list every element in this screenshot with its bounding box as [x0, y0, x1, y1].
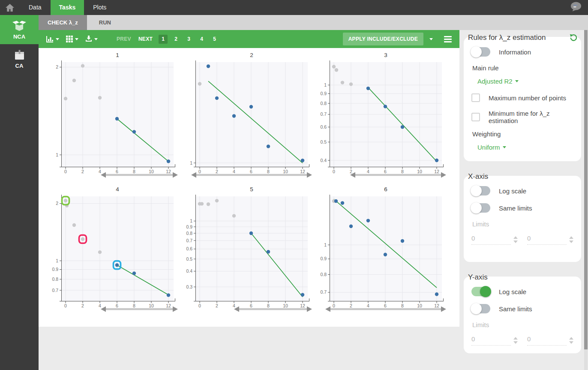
slider-right-arrow-icon[interactable]	[173, 172, 178, 178]
next-page-button[interactable]: NEXT	[138, 36, 153, 42]
home-button[interactable]	[0, 3, 20, 12]
data-point-excluded[interactable]	[64, 97, 67, 100]
data-point-excluded[interactable]	[207, 202, 210, 206]
data-point-excluded[interactable]	[98, 250, 102, 254]
menu-icon[interactable]	[444, 36, 452, 42]
data-point-excluded[interactable]	[232, 214, 236, 217]
apply-dropdown-caret-icon[interactable]	[429, 38, 433, 40]
data-point-excluded[interactable]	[198, 82, 201, 85]
slider-right-arrow-icon[interactable]	[173, 307, 178, 312]
sidebar-item-nca[interactable]: NCA	[0, 15, 39, 44]
data-point-included[interactable]	[215, 96, 219, 100]
layout-button[interactable]	[66, 36, 78, 42]
data-point-excluded[interactable]	[200, 202, 204, 205]
min-time-checkbox[interactable]	[471, 113, 480, 121]
tab-run[interactable]: RUN	[87, 15, 123, 30]
x-tick-label: 10	[149, 169, 154, 174]
data-point-included[interactable]	[167, 159, 170, 163]
x-limit-min-stepper[interactable]	[513, 236, 518, 245]
tab-plots[interactable]: Plots	[84, 0, 115, 15]
page-button-2[interactable]: 2	[171, 35, 180, 44]
plot-title: 3	[384, 52, 387, 58]
data-point-included[interactable]	[301, 293, 304, 296]
prev-page-button[interactable]: PREV	[117, 36, 131, 42]
data-point-included[interactable]	[384, 253, 387, 256]
slider-left-arrow-icon[interactable]	[325, 307, 330, 312]
data-point-excluded[interactable]	[349, 82, 353, 86]
page-button-3[interactable]: 3	[184, 35, 193, 44]
x-same-limits-toggle[interactable]	[471, 203, 490, 213]
x-log-scale-toggle[interactable]	[471, 186, 490, 196]
slider-right-arrow-icon[interactable]	[441, 172, 446, 178]
chart-type-button[interactable]	[46, 36, 59, 42]
feedback-button[interactable]	[570, 2, 582, 13]
data-point-excluded[interactable]	[72, 78, 76, 82]
data-point-included[interactable]	[384, 105, 387, 108]
data-point-excluded[interactable]	[98, 96, 102, 99]
data-point-included[interactable]	[132, 130, 136, 133]
slider-right-arrow-icon[interactable]	[307, 307, 312, 312]
data-point-excluded[interactable]	[81, 64, 84, 67]
data-point-included[interactable]	[366, 87, 370, 90]
y-limit-max-stepper[interactable]	[569, 337, 573, 346]
tab-data[interactable]: Data	[20, 0, 51, 15]
max-points-checkbox[interactable]	[471, 93, 480, 102]
data-point-excluded[interactable]	[81, 237, 84, 241]
sidebar-item-ca[interactable]: CA	[0, 44, 39, 73]
main-rule-dropdown[interactable]: Adjusted R2	[477, 78, 573, 85]
tab-tasks[interactable]: Tasks	[51, 0, 84, 15]
data-point-included[interactable]	[132, 271, 136, 275]
data-point-included[interactable]	[207, 64, 210, 68]
y-limit-min-stepper[interactable]	[513, 337, 518, 346]
data-point-excluded[interactable]	[335, 68, 338, 72]
y-limit-max-input[interactable]: 0	[527, 335, 573, 346]
export-button[interactable]	[85, 36, 98, 42]
data-point-included[interactable]	[366, 219, 370, 222]
x-axis-section-header: X-axis	[468, 172, 578, 181]
data-point-included[interactable]	[334, 199, 338, 203]
information-toggle[interactable]	[471, 47, 490, 57]
slider-left-arrow-icon[interactable]	[101, 307, 106, 312]
page-button-4[interactable]: 4	[197, 35, 206, 44]
page-button-5[interactable]: 5	[210, 35, 219, 44]
main-rule-value: Adjusted R2	[477, 78, 513, 85]
reset-button[interactable]	[569, 33, 578, 42]
slider-right-arrow-icon[interactable]	[307, 172, 312, 178]
time-range-slider[interactable]	[350, 172, 446, 178]
data-point-excluded[interactable]	[72, 223, 76, 227]
data-point-excluded[interactable]	[332, 65, 336, 68]
data-point-included[interactable]	[249, 232, 253, 235]
slider-left-arrow-icon[interactable]	[191, 172, 196, 178]
x-limit-max-input[interactable]: 0	[527, 235, 573, 245]
slider-left-arrow-icon[interactable]	[101, 172, 106, 178]
data-point-excluded[interactable]	[64, 199, 67, 202]
data-point-included[interactable]	[115, 117, 119, 120]
data-point-included[interactable]	[349, 225, 353, 228]
y-same-limits-toggle[interactable]	[471, 304, 490, 313]
apply-include-exclude-button[interactable]: APPLY INCLUDE/EXCLUDE	[343, 33, 423, 45]
data-point-included[interactable]	[435, 292, 438, 296]
y-log-scale-toggle[interactable]	[471, 287, 490, 296]
data-point-included[interactable]	[401, 125, 404, 129]
data-point-included[interactable]	[115, 263, 119, 267]
data-point-excluded[interactable]	[341, 81, 344, 84]
data-point-included[interactable]	[232, 114, 236, 117]
y-limit-min-input[interactable]: 0	[471, 335, 518, 346]
data-point-included[interactable]	[341, 201, 344, 205]
data-point-included[interactable]	[267, 250, 270, 253]
data-point-included[interactable]	[301, 159, 304, 162]
data-point-included[interactable]	[267, 144, 270, 148]
x-tick-label: 4	[367, 169, 369, 174]
data-point-excluded[interactable]	[215, 199, 219, 202]
data-point-included[interactable]	[249, 105, 253, 108]
weighting-dropdown[interactable]: Uniform	[477, 144, 573, 151]
page-button-1[interactable]: 1	[159, 35, 168, 44]
data-point-included[interactable]	[435, 159, 438, 162]
x-limit-min-input[interactable]: 0	[471, 235, 518, 245]
data-point-included[interactable]	[167, 293, 170, 297]
slider-right-arrow-icon[interactable]	[441, 307, 446, 312]
tab-check-lambda-z[interactable]: CHECK λ_z	[39, 15, 87, 30]
x-limit-max-stepper[interactable]	[569, 236, 573, 245]
scrollbar-thumb[interactable]	[584, 30, 588, 349]
data-point-included[interactable]	[401, 239, 404, 243]
